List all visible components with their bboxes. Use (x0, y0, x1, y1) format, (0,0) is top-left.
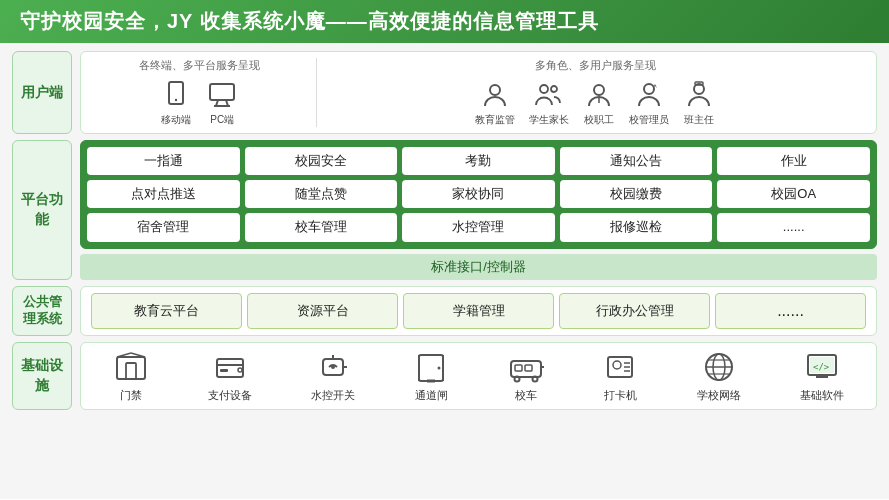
infra-label: 通道闸 (415, 388, 448, 403)
platform-cell: 通知公告 (560, 147, 713, 175)
infra-item: 校车 (508, 349, 544, 403)
mobile-label: 移动端 (161, 113, 191, 127)
mobile-item: 移动端 (160, 79, 192, 127)
svg-point-30 (438, 366, 441, 369)
platform-cell: 校园缴费 (560, 180, 713, 208)
network-icon (701, 349, 737, 385)
svg-point-38 (613, 361, 621, 369)
public-item: ...... (715, 293, 866, 329)
platform-label: 平台功能 (12, 140, 72, 280)
svg-rect-33 (525, 365, 532, 371)
infra-item: </> 基础软件 (800, 349, 844, 403)
mobile-icon (160, 79, 192, 111)
platform-cell: 点对点推送 (87, 180, 240, 208)
svg-rect-20 (220, 369, 228, 372)
pc-label: PC端 (210, 113, 234, 127)
software-icon: </> (804, 349, 840, 385)
staff-item: 校职工 (583, 79, 615, 127)
user-label: 用户端 (12, 51, 72, 134)
infra-item: 通道闸 (413, 349, 449, 403)
svg-text:</>: </> (813, 362, 830, 372)
door-icon (413, 349, 449, 385)
col-divider (316, 58, 317, 127)
svg-point-34 (514, 376, 519, 381)
user-row: 用户端 各终端、多平台服务呈现 移动端 (12, 51, 877, 134)
water-icon (315, 349, 351, 385)
admin-label: 校管理员 (629, 113, 669, 127)
platform-cell: ...... (717, 213, 870, 241)
pc-icon (206, 79, 238, 111)
public-item: 教育云平台 (91, 293, 242, 329)
platform-cell: 校车管理 (245, 213, 398, 241)
family-label: 学生家长 (529, 113, 569, 127)
public-content: 教育云平台资源平台学籍管理行政办公管理...... (80, 286, 877, 336)
public-item: 资源平台 (247, 293, 398, 329)
infra-row: 基础设施 门禁 支付设备 水控开关 通道闸 校车 打卡机 学校网络 </> 基础… (12, 342, 877, 410)
infra-content: 门禁 支付设备 水控开关 通道闸 校车 打卡机 学校网络 </> 基础软件 (80, 342, 877, 410)
infra-label: 基础软件 (800, 388, 844, 403)
public-item: 行政办公管理 (559, 293, 710, 329)
svg-point-6 (490, 85, 500, 95)
public-row: 公共管理系统 教育云平台资源平台学籍管理行政办公管理...... (12, 286, 877, 336)
teacher-label: 班主任 (684, 113, 714, 127)
svg-point-11 (644, 84, 654, 94)
svg-point-35 (532, 376, 537, 381)
platform-row: 平台功能 一指通校园安全考勤通知公告作业点对点推送随堂点赞家校协同校园缴费校园O… (12, 140, 877, 280)
infra-label: 学校网络 (697, 388, 741, 403)
platform-content: 一指通校园安全考勤通知公告作业点对点推送随堂点赞家校协同校园缴费校园OA宿舍管理… (80, 140, 877, 249)
user-terminals-col: 各终端、多平台服务呈现 移动端 (91, 58, 308, 127)
staff-icon (583, 79, 615, 111)
admin-item: 校管理员 (629, 79, 669, 127)
family-item: 学生家长 (529, 79, 569, 127)
svg-rect-15 (126, 363, 136, 379)
svg-point-1 (175, 99, 177, 101)
admin-icon (633, 79, 665, 111)
user-content: 各终端、多平台服务呈现 移动端 (80, 51, 877, 134)
svg-point-8 (551, 86, 557, 92)
std-bar: 标准接口/控制器 (80, 254, 877, 280)
svg-rect-32 (515, 365, 522, 371)
svg-point-9 (594, 85, 604, 95)
card-icon (602, 349, 638, 385)
public-item: 学籍管理 (403, 293, 554, 329)
svg-point-25 (331, 365, 335, 369)
platform-cell: 一指通 (87, 147, 240, 175)
platform-grid: 一指通校园安全考勤通知公告作业点对点推送随堂点赞家校协同校园缴费校园OA宿舍管理… (87, 147, 870, 242)
teacher-icon (683, 79, 715, 111)
infra-label: 基础设施 (12, 342, 72, 410)
title-bar: 守护校园安全，JY 收集系统小魔——高效便捷的信息管理工具 (0, 0, 889, 43)
platform-cell: 考勤 (402, 147, 555, 175)
role-icons: 教育监管 学生家长 (475, 79, 715, 127)
svg-rect-2 (210, 84, 234, 100)
public-label: 公共管理系统 (12, 286, 72, 336)
infra-label: 支付设备 (208, 388, 252, 403)
main-content: 用户端 各终端、多平台服务呈现 移动端 (0, 43, 889, 499)
gate-icon (113, 349, 149, 385)
infra-label: 水控开关 (311, 388, 355, 403)
roles-title: 多角色、多用户服务呈现 (535, 58, 656, 73)
infra-item: 打卡机 (602, 349, 638, 403)
platform-cell: 报修巡检 (560, 213, 713, 241)
teacher-item: 班主任 (683, 79, 715, 127)
platform-cell: 校园OA (717, 180, 870, 208)
svg-point-21 (238, 368, 242, 372)
family-icon (533, 79, 565, 111)
platform-cell: 校园安全 (245, 147, 398, 175)
infra-item: 门禁 (113, 349, 149, 403)
terminal-icons: 移动端 PC端 (160, 79, 238, 127)
infra-label: 校车 (515, 388, 537, 403)
pc-item: PC端 (206, 79, 238, 127)
education-icon (479, 79, 511, 111)
infra-item: 水控开关 (311, 349, 355, 403)
edu-label: 教育监管 (475, 113, 515, 127)
public-items: 教育云平台资源平台学籍管理行政办公管理...... (91, 293, 866, 329)
bus-icon (508, 349, 544, 385)
page-title: 守护校园安全，JY 收集系统小魔——高效便捷的信息管理工具 (20, 8, 599, 35)
platform-cell: 水控管理 (402, 213, 555, 241)
platform-cell: 家校协同 (402, 180, 555, 208)
infra-item: 支付设备 (208, 349, 252, 403)
payment-icon (212, 349, 248, 385)
edu-item: 教育监管 (475, 79, 515, 127)
terminals-title: 各终端、多平台服务呈现 (139, 58, 260, 73)
user-roles-col: 多角色、多用户服务呈现 教育监管 (325, 58, 866, 127)
